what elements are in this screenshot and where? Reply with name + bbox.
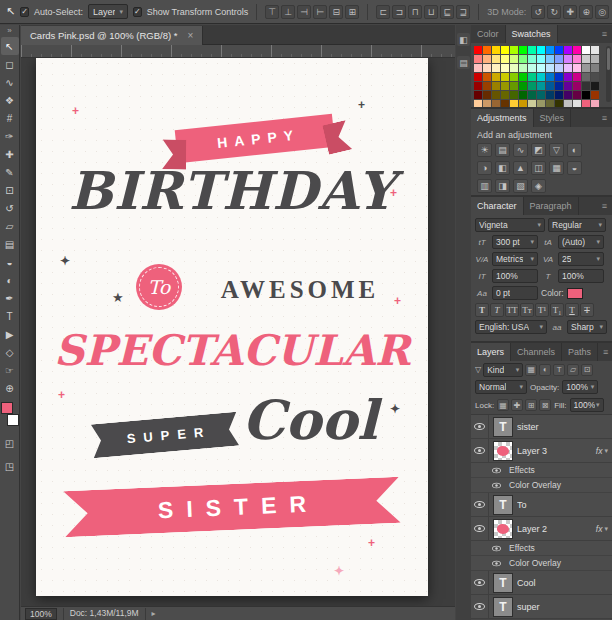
lock-all-icon[interactable]: ⊠ [539, 399, 551, 411]
kerning-input[interactable]: Metrics▾ [492, 252, 538, 266]
color-swatch[interactable] [528, 73, 536, 81]
layer-row-layer-3[interactable]: Layer 3fx▾ [471, 439, 612, 463]
type-tool[interactable]: T [1, 307, 19, 325]
layer-row-to[interactable]: TTo [471, 493, 612, 517]
color-swatch[interactable] [582, 100, 590, 107]
tab-paragraph[interactable]: Paragraph [524, 197, 579, 215]
color-swatch[interactable] [564, 82, 572, 90]
color-swatch[interactable] [564, 100, 572, 107]
layer-effects-badge[interactable]: fx [596, 446, 603, 456]
color-swatch[interactable] [501, 73, 509, 81]
layer-visibility-toggle[interactable] [487, 478, 505, 493]
color-swatch[interactable] [591, 55, 599, 63]
superscript-button[interactable]: T¹ [535, 303, 549, 317]
font-family-dropdown[interactable]: Vigneta▾ [475, 218, 545, 232]
color-swatch[interactable] [573, 46, 581, 54]
tab-layers[interactable]: Layers [471, 343, 511, 361]
effect-row-color-overlay[interactable]: Color Overlay [471, 556, 612, 571]
color-swatch[interactable] [573, 73, 581, 81]
color-swatch[interactable] [537, 82, 545, 90]
zoom-level-input[interactable]: 100% [25, 608, 57, 620]
color-swatch[interactable] [582, 46, 590, 54]
canvas-area[interactable]: HAPPY BIRTHDAY ★ To AWESOME SPECTACULAR … [21, 58, 455, 606]
layer-visibility-toggle[interactable] [487, 463, 505, 478]
3d-drag-icon[interactable]: ✚ [563, 5, 577, 19]
color-swatch[interactable] [555, 100, 563, 107]
blur-tool[interactable]: ◒ [1, 253, 19, 271]
align-left-icon[interactable]: ⊣ [297, 5, 311, 19]
shape-tool[interactable]: ◇ [1, 343, 19, 361]
color-swatch[interactable] [519, 64, 527, 72]
healing-brush-tool[interactable]: ✚ [1, 145, 19, 163]
color-swatch[interactable] [582, 91, 590, 99]
color-swatch[interactable] [483, 82, 491, 90]
collapse-tools-button[interactable]: » [7, 25, 11, 37]
collapsed-panel-icon-2[interactable]: ▤ [457, 56, 470, 69]
color-swatch[interactable] [510, 64, 518, 72]
color-swatch[interactable] [492, 73, 500, 81]
color-swatch[interactable] [519, 55, 527, 63]
text-layer-thumbnail[interactable]: T [493, 417, 513, 437]
color-swatch[interactable] [591, 100, 599, 107]
color-swatch[interactable] [510, 55, 518, 63]
3d-rotate-icon[interactable]: ↺ [531, 5, 545, 19]
opacity-input[interactable]: 100%▾ [562, 380, 598, 394]
distribute-right-icon[interactable]: ⊐ [392, 5, 406, 19]
color-swatch[interactable] [483, 46, 491, 54]
quick-selection-tool[interactable]: ❖ [1, 91, 19, 109]
layer-filter-dropdown[interactable]: Kind▾ [483, 363, 523, 377]
color-swatch[interactable] [519, 91, 527, 99]
align-top-icon[interactable]: ⊤ [265, 5, 279, 19]
strikethrough-button[interactable]: T [580, 303, 594, 317]
color-swatch[interactable] [501, 100, 509, 107]
panel-menu-icon[interactable]: ≡ [598, 343, 612, 361]
color-swatch[interactable] [492, 55, 500, 63]
tab-channels[interactable]: Channels [511, 343, 562, 361]
color-swatch[interactable] [519, 100, 527, 107]
tracking-input[interactable]: 25▾ [558, 252, 604, 266]
color-swatch[interactable] [555, 64, 563, 72]
layer-thumbnail[interactable] [493, 441, 513, 461]
screen-mode-button[interactable]: ◳ [1, 457, 19, 475]
threshold-icon[interactable]: ◨ [495, 179, 510, 193]
distribute-bottom-icon[interactable]: ⊔ [424, 5, 438, 19]
tab-character[interactable]: Character [471, 197, 524, 215]
color-swatch[interactable] [501, 82, 509, 90]
layer-thumbnail[interactable] [493, 519, 513, 539]
panel-menu-icon[interactable]: ≡ [597, 25, 612, 43]
layer-row-super[interactable]: Tsuper [471, 595, 612, 619]
status-menu-arrow[interactable]: ▸ [152, 609, 156, 618]
color-swatch[interactable] [528, 100, 536, 107]
panel-menu-icon[interactable]: ≡ [597, 197, 612, 215]
vibrance-icon[interactable]: ▽ [549, 143, 564, 157]
color-swatch[interactable] [510, 82, 518, 90]
baseline-shift-input[interactable]: 0 pt [492, 286, 538, 300]
color-swatch[interactable] [492, 82, 500, 90]
color-swatch[interactable] [573, 55, 581, 63]
filter-type-layers-icon[interactable]: T [553, 364, 565, 376]
font-size-input[interactable]: 300 pt▾ [492, 235, 538, 249]
color-swatch[interactable] [591, 64, 599, 72]
color-swatch[interactable] [573, 100, 581, 107]
effect-row-color-overlay[interactable]: Color Overlay [471, 478, 612, 493]
dodge-tool[interactable]: ◐ [1, 271, 19, 289]
panel-menu-icon[interactable]: ≡ [597, 109, 612, 127]
color-swatch[interactable] [474, 55, 482, 63]
color-swatch[interactable] [483, 55, 491, 63]
align-bottom-icon[interactable]: ⊟ [329, 5, 343, 19]
auto-select-target-dropdown[interactable]: Layer ▾ [88, 4, 128, 19]
color-swatch[interactable] [591, 46, 599, 54]
color-swatch[interactable] [501, 64, 509, 72]
color-swatch[interactable] [474, 82, 482, 90]
lock-position-icon[interactable]: ⊞ [525, 399, 537, 411]
color-swatch[interactable] [582, 64, 590, 72]
color-swatch[interactable] [483, 64, 491, 72]
layer-visibility-toggle[interactable] [471, 493, 489, 516]
align-vertical-center-icon[interactable]: ⊥ [281, 5, 295, 19]
effect-row-effects[interactable]: Effects [471, 541, 612, 556]
vertical-scale-input[interactable]: 100% [492, 269, 538, 283]
invert-icon[interactable]: ◒ [567, 161, 582, 175]
color-swatch[interactable] [564, 91, 572, 99]
align-right-icon[interactable]: ⊢ [313, 5, 327, 19]
brightness-contrast-icon[interactable]: ☀ [477, 143, 492, 157]
